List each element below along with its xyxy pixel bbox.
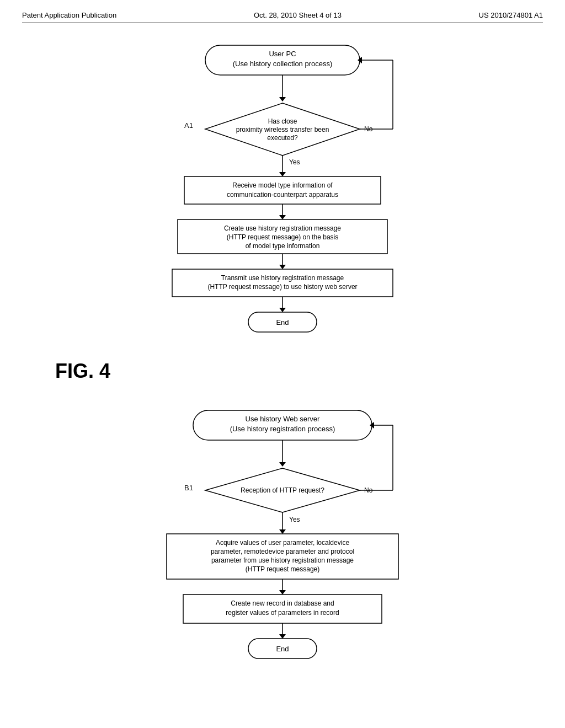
svg-text:register values of parameters : register values of parameters in record bbox=[226, 609, 339, 617]
svg-text:Transmit use history registrat: Transmit use history registration messag… bbox=[221, 274, 344, 282]
svg-text:of model type information: of model type information bbox=[246, 242, 320, 250]
svg-text:User PC: User PC bbox=[269, 50, 296, 58]
svg-marker-4 bbox=[279, 97, 286, 101]
svg-marker-43 bbox=[279, 462, 286, 467]
svg-text:parameter from use history reg: parameter from use history registration … bbox=[211, 556, 354, 564]
svg-text:Acquire values of user paramet: Acquire values of user parameter, locald… bbox=[216, 539, 349, 547]
svg-text:Yes: Yes bbox=[289, 516, 300, 523]
fig5-svg: Use history Web server (Use history regi… bbox=[95, 405, 470, 725]
fig4-svg: User PC (Use history collection process)… bbox=[95, 40, 470, 360]
svg-text:(HTTP request message) to use : (HTTP request message) to use history we… bbox=[207, 283, 357, 291]
svg-text:Has close: Has close bbox=[268, 117, 297, 125]
svg-text:Receive model type information: Receive model type information of bbox=[232, 181, 333, 189]
fig5-diagram: Use history Web server (Use history regi… bbox=[22, 405, 543, 728]
svg-marker-26 bbox=[279, 265, 286, 269]
svg-text:Reception of HTTP request?: Reception of HTTP request? bbox=[241, 486, 324, 494]
svg-text:(Use history registration proc: (Use history registration process) bbox=[230, 425, 335, 433]
svg-marker-50 bbox=[279, 529, 286, 534]
svg-text:A1: A1 bbox=[184, 121, 193, 130]
svg-text:B1: B1 bbox=[184, 484, 193, 492]
header-left: Patent Application Publication bbox=[22, 11, 116, 19]
svg-text:communication-counterpart appa: communication-counterpart apparatus bbox=[227, 191, 338, 199]
page: Patent Application Publication Oct. 28, … bbox=[0, 0, 565, 728]
header-right: US 2010/274801 A1 bbox=[479, 11, 543, 19]
svg-text:(Use history collection proces: (Use history collection process) bbox=[233, 60, 333, 68]
header-center: Oct. 28, 2010 Sheet 4 of 13 bbox=[254, 11, 342, 19]
svg-rect-15 bbox=[184, 176, 381, 204]
svg-text:Yes: Yes bbox=[289, 158, 300, 166]
svg-text:parameter, remotedevice parame: parameter, remotedevice parameter and pr… bbox=[211, 548, 354, 555]
svg-text:(HTTP request message) on the : (HTTP request message) on the basis bbox=[227, 233, 339, 241]
svg-text:Create use history registratio: Create use history registration message bbox=[224, 224, 341, 232]
page-header: Patent Application Publication Oct. 28, … bbox=[22, 11, 543, 23]
svg-marker-13 bbox=[279, 172, 286, 176]
fig4-label: FIG. 4 bbox=[55, 360, 110, 383]
svg-marker-19 bbox=[279, 215, 286, 220]
svg-text:(HTTP request message): (HTTP request message) bbox=[246, 565, 320, 573]
fig5-label: FIG. 5 bbox=[55, 725, 110, 728]
svg-text:Create new record in database : Create new record in database and bbox=[231, 599, 334, 607]
fig4-diagram: User PC (Use history collection process)… bbox=[22, 40, 543, 383]
svg-marker-58 bbox=[279, 590, 286, 595]
svg-text:End: End bbox=[276, 318, 289, 326]
diagram-area: User PC (Use history collection process)… bbox=[22, 40, 543, 728]
svg-text:End: End bbox=[276, 645, 289, 653]
svg-text:executed?: executed? bbox=[267, 134, 298, 142]
svg-marker-32 bbox=[279, 308, 286, 312]
svg-text:Use history Web server: Use history Web server bbox=[246, 415, 321, 423]
svg-marker-64 bbox=[279, 634, 286, 639]
svg-text:proximity wireless transfer be: proximity wireless transfer been bbox=[236, 126, 329, 133]
